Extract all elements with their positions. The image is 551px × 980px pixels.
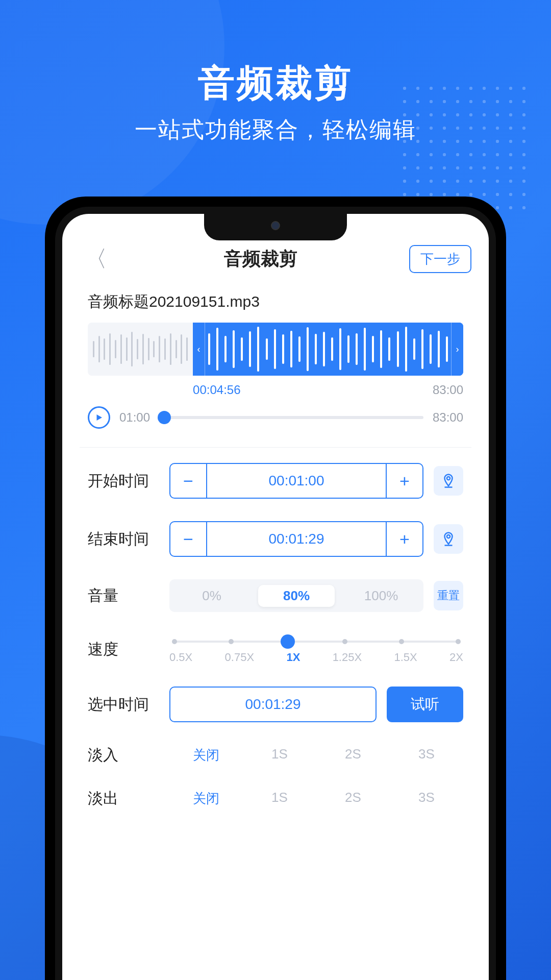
end-time-minus-button[interactable]: − bbox=[170, 522, 206, 556]
volume-option-0[interactable]: 0% bbox=[169, 588, 254, 604]
volume-option-80[interactable]: 80% bbox=[254, 588, 339, 604]
end-time-value[interactable]: 00:01:29 bbox=[207, 522, 386, 556]
svg-point-1 bbox=[447, 535, 450, 538]
selected-time-label: 选中时间 bbox=[88, 694, 159, 715]
fade-out-option[interactable]: 1S bbox=[243, 790, 316, 807]
trim-handle-right[interactable]: › bbox=[451, 323, 463, 376]
hero-title: 音频裁剪 bbox=[0, 59, 551, 108]
end-time-plus-button[interactable]: + bbox=[387, 522, 422, 556]
speed-slider[interactable] bbox=[174, 641, 458, 643]
next-button[interactable]: 下一步 bbox=[409, 245, 471, 273]
total-time-text: 83:00 bbox=[433, 383, 463, 397]
playback-slider[interactable] bbox=[159, 416, 423, 419]
speed-thumb[interactable] bbox=[281, 634, 295, 649]
volume-label: 音量 bbox=[88, 585, 159, 606]
volume-segment: 0% 80% 100% bbox=[169, 579, 423, 612]
slider-thumb[interactable] bbox=[158, 411, 171, 424]
fade-in-label: 淡入 bbox=[88, 745, 159, 766]
end-time-pin-button[interactable] bbox=[434, 524, 463, 554]
selection-time-text: 00:04:56 bbox=[193, 383, 240, 397]
play-button[interactable] bbox=[88, 406, 110, 429]
speed-opt[interactable]: 2X bbox=[449, 651, 463, 664]
divider bbox=[80, 447, 471, 448]
fade-out-option[interactable]: 关闭 bbox=[169, 790, 243, 807]
phone-notch bbox=[204, 214, 347, 240]
volume-reset-button[interactable]: 重置 bbox=[434, 581, 463, 610]
waveform-unselected bbox=[88, 323, 193, 376]
start-time-stepper: − 00:01:00 + bbox=[169, 463, 423, 499]
start-time-pin-button[interactable] bbox=[434, 466, 463, 496]
preview-button[interactable]: 试听 bbox=[387, 687, 463, 722]
speed-opt[interactable]: 0.75X bbox=[225, 651, 255, 664]
waveform[interactable]: ‹ › bbox=[88, 323, 463, 376]
fade-out-option[interactable]: 2S bbox=[316, 790, 390, 807]
play-icon bbox=[94, 413, 104, 422]
end-time-stepper: − 00:01:29 + bbox=[169, 521, 423, 557]
fade-in-option[interactable]: 关闭 bbox=[169, 746, 243, 764]
start-time-plus-button[interactable]: + bbox=[387, 464, 422, 498]
playback-current: 01:00 bbox=[119, 410, 150, 425]
start-time-label: 开始时间 bbox=[88, 471, 159, 492]
page-title: 音频裁剪 bbox=[224, 247, 297, 272]
start-time-value[interactable]: 00:01:00 bbox=[207, 464, 386, 498]
back-button[interactable]: 〈 bbox=[80, 244, 112, 274]
svg-point-0 bbox=[447, 477, 450, 480]
end-time-label: 结束时间 bbox=[88, 529, 159, 550]
speed-label: 速度 bbox=[88, 639, 159, 660]
selected-time-value[interactable]: 00:01:29 bbox=[169, 687, 377, 722]
file-title: 音频标题202109151.mp3 bbox=[88, 291, 471, 312]
pin-icon bbox=[441, 531, 456, 547]
pin-icon bbox=[441, 473, 456, 488]
volume-option-100[interactable]: 100% bbox=[339, 588, 423, 604]
trim-handle-left[interactable]: ‹ bbox=[193, 323, 205, 376]
fade-in-option[interactable]: 3S bbox=[390, 746, 463, 764]
fade-out-option[interactable]: 3S bbox=[390, 790, 463, 807]
speed-opt[interactable]: 0.5X bbox=[169, 651, 192, 664]
speed-opt[interactable]: 1.25X bbox=[333, 651, 362, 664]
fade-out-label: 淡出 bbox=[88, 788, 159, 809]
waveform-selected[interactable]: ‹ › bbox=[193, 323, 463, 376]
hero-subtitle: 一站式功能聚合，轻松编辑 bbox=[0, 115, 551, 145]
playback-total: 83:00 bbox=[433, 410, 463, 425]
fade-in-option[interactable]: 2S bbox=[316, 746, 390, 764]
phone-frame: 〈 音频裁剪 下一步 音频标题202109151.mp3 ‹ › 00:04:5… bbox=[45, 197, 506, 980]
fade-in-option[interactable]: 1S bbox=[243, 746, 316, 764]
speed-opt[interactable]: 1.5X bbox=[394, 651, 417, 664]
bg-decor bbox=[0, 0, 224, 225]
start-time-minus-button[interactable]: − bbox=[170, 464, 206, 498]
speed-opt[interactable]: 1X bbox=[286, 651, 300, 664]
